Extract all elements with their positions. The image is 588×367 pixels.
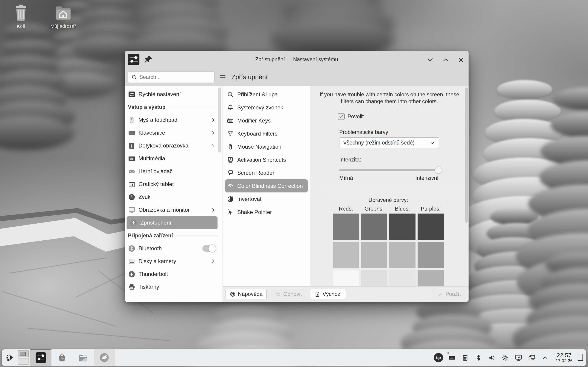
virtual-desktop-pager[interactable]	[18, 350, 29, 365]
help-icon	[230, 291, 236, 297]
preview-title: Upravené barvy:	[333, 197, 444, 203]
defaults-icon	[314, 291, 320, 297]
window-title: Zpřístupnění — Nastavení systému	[125, 56, 468, 63]
preview-column-label: Purples:	[418, 206, 444, 212]
dropdown-value: Všechny (režim odstínů šedé)	[343, 140, 430, 146]
mode-label: Problematické barvy:	[339, 129, 389, 135]
accessibility-item-screen-reader[interactable]: Screen Reader	[223, 166, 310, 179]
hamburger-menu-icon[interactable]	[218, 73, 227, 82]
panel-scrollbar[interactable]	[465, 87, 468, 223]
display-icon	[128, 206, 136, 214]
maximize-button[interactable]	[441, 56, 450, 64]
sidebar-item-hern-ovlada-[interactable]: Herní ovladač	[125, 165, 223, 178]
taskbar-task-discover[interactable]	[52, 349, 73, 366]
application-launcher-icon[interactable]	[4, 349, 17, 366]
chevron-right-icon	[211, 259, 216, 264]
preview-column-label: Blues:	[389, 206, 415, 212]
taskbar-task-falkon[interactable]	[94, 349, 115, 366]
slider-handle[interactable]	[435, 167, 442, 174]
sidebar-item-label: Rychlé nastavení	[138, 91, 216, 98]
preview-column-label: Greens:	[361, 206, 387, 212]
accessibility-item-shake-pointer[interactable]: Shake Pointer	[223, 206, 310, 219]
clock[interactable]: 22:57 17.02.26	[552, 352, 577, 363]
tray-keyboard-tray-icon[interactable]	[445, 349, 458, 366]
keyboard-outline-icon	[227, 117, 234, 124]
reset-button[interactable]: Obnovit	[271, 289, 306, 299]
tray-volume-icon[interactable]	[485, 349, 498, 366]
drives-icon	[128, 258, 136, 265]
sidebar-item-thunderbolt[interactable]: Thunderbolt	[125, 268, 223, 281]
pager-desktop-2[interactable]	[18, 358, 29, 365]
enable-checkbox[interactable]	[338, 113, 345, 120]
sidebar-item-tisk-rny[interactable]: Tiskárny	[125, 281, 223, 293]
desktop-icon-home[interactable]: Můj adresář	[48, 3, 78, 29]
search-input[interactable]: Search...	[128, 71, 215, 83]
sidebar-item-dotykov-obrazovka[interactable]: Dotyková obrazovka	[125, 139, 223, 152]
accessibility-item-activation-shortcuts[interactable]: Activation Shortcuts	[223, 153, 310, 166]
zoom-magnifier-icon	[227, 91, 234, 98]
tray-display-connect-icon[interactable]	[525, 349, 538, 366]
accessibility-item-modifier-keys[interactable]: Modifier Keys	[223, 114, 310, 127]
mouse-outline-icon	[227, 143, 234, 150]
desktop-icon-label: Můj adresář	[48, 23, 78, 29]
minimize-button[interactable]	[426, 56, 435, 64]
pager-desktop-1[interactable]	[18, 350, 29, 357]
intensity-label: Intenzita:	[339, 157, 361, 163]
tray-brightness-icon[interactable]	[498, 349, 512, 366]
accessibility-item-color-blindness-correction[interactable]: Color Blindness Correction	[225, 179, 308, 192]
sidebar-item-label: Zpřístupnění	[140, 219, 214, 226]
accessibility-item-label: Invertovat	[237, 196, 261, 202]
desktop-icon-trash[interactable]: Koš	[6, 3, 36, 29]
taskbar-task-dolphin[interactable]	[73, 349, 94, 366]
taskbar: hp 22:57 17.02.26	[2, 349, 586, 366]
sidebar-item-disky-a-kamery[interactable]: Disky a kamery	[125, 255, 223, 268]
sidebar-item-bluetooth[interactable]: Bluetooth	[125, 242, 223, 255]
show-desktop-button[interactable]	[577, 349, 584, 366]
sidebar-scrollbar[interactable]	[218, 87, 221, 152]
search-placeholder: Search...	[139, 74, 161, 80]
trash-icon	[11, 3, 31, 23]
sidebar-section-header: Vstup a výstup	[125, 101, 223, 114]
problem-colors-dropdown[interactable]: Všechny (režim odstínů šedé)	[339, 137, 439, 148]
tray-chevron-up-tray-icon[interactable]	[538, 349, 552, 366]
tablet-icon	[128, 181, 136, 188]
sidebar-item-label: Bluetooth	[138, 245, 199, 252]
accessibility-item-keyboard-filters[interactable]: Keyboard Filters	[223, 127, 310, 140]
sidebar-item-zp-stupn-n-[interactable]: Zpřístupnění	[127, 216, 217, 229]
sidebar-item-label: Zvuk	[138, 194, 216, 200]
sidebar-item-multim-dia[interactable]: Multimédia	[125, 152, 223, 165]
tray-bluetooth-tray-icon[interactable]	[472, 349, 485, 366]
color-swatch	[418, 270, 444, 286]
help-button[interactable]: Nápověda	[225, 289, 267, 299]
titlebar[interactable]: Zpřístupnění — Nastavení systému	[125, 51, 468, 68]
tray-hp-icon[interactable]: hp	[432, 349, 445, 366]
window-header: Zpřístupnění — Nastavení systému Search.…	[125, 51, 468, 86]
intensity-slider[interactable]	[339, 166, 439, 174]
enable-label: Povolit	[347, 114, 364, 120]
taskbar-task-systemsettings[interactable]	[30, 349, 52, 366]
sidebar-item-label: Thunderbolt	[138, 271, 216, 277]
close-button[interactable]	[457, 56, 465, 64]
defaults-button[interactable]: Výchozí	[310, 289, 346, 299]
sidebar-item-label: Dotyková obrazovka	[138, 142, 208, 149]
sidebar-item-grafick-tablet[interactable]: Grafický tablet	[125, 178, 223, 191]
sidebar-item-my-a-touchpad[interactable]: Myš a touchpad	[125, 114, 223, 126]
system-settings-window: Zpřístupnění — Nastavení systému Search.…	[125, 51, 468, 302]
bluetooth-icon	[128, 245, 136, 252]
sidebar-item-zvuk[interactable]: Zvuk	[125, 191, 223, 203]
tray-clipboard-icon[interactable]	[458, 349, 472, 366]
tray-power-leaf-icon[interactable]	[512, 349, 525, 366]
bluetooth-toggle[interactable]	[202, 245, 216, 252]
accessibility-item-syst-mov-zvonek[interactable]: Systémový zvonek	[223, 101, 310, 114]
sidebar-item-kl-vesnice[interactable]: Klávesnice	[125, 126, 223, 139]
sound-icon	[128, 193, 136, 201]
sidebar-item-obrazovka-a-monitor[interactable]: Obrazovka a monitor	[125, 203, 223, 216]
accessibility-item-p-ibl-en-lupa[interactable]: Přiblížení &Lupa	[223, 88, 310, 101]
desktop-icon-label: Koš	[6, 23, 36, 29]
accessibility-item-mouse-navigation[interactable]: Mouse Navigation	[223, 140, 310, 153]
apply-button[interactable]: Použít	[433, 289, 465, 299]
accessibility-item-invertovat[interactable]: Invertovat	[223, 192, 310, 206]
accessibility-item-label: Activation Shortcuts	[237, 157, 286, 163]
check-icon	[437, 291, 443, 297]
sidebar-item-rychl-nastaven-[interactable]: Rychlé nastavení	[125, 88, 223, 101]
